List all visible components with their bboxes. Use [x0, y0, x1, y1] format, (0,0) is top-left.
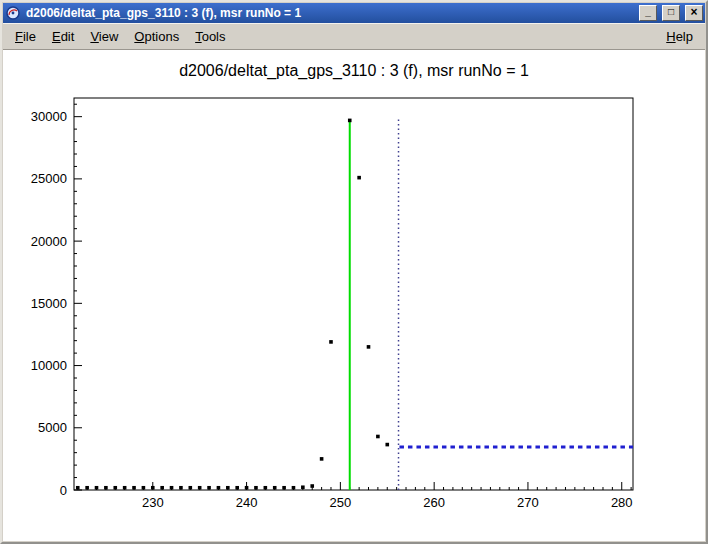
svg-text:0: 0 [60, 483, 67, 498]
maximize-button[interactable]: □ [662, 5, 680, 21]
root-logo-icon [6, 6, 20, 20]
svg-text:20000: 20000 [31, 234, 67, 249]
menu-view[interactable]: View [82, 27, 126, 46]
svg-text:25000: 25000 [31, 171, 67, 186]
chart: 2302402502602702800500010000150002000025… [3, 50, 705, 542]
svg-text:280: 280 [611, 495, 633, 510]
svg-text:260: 260 [423, 495, 445, 510]
svg-text:10000: 10000 [31, 358, 67, 373]
app-window: d2006/deltat_pta_gps_3110 : 3 (f), msr r… [0, 0, 708, 544]
close-button[interactable]: × [685, 5, 703, 21]
plot-canvas[interactable]: 2302402502602702800500010000150002000025… [3, 50, 705, 541]
svg-text:230: 230 [142, 495, 164, 510]
svg-text:15000: 15000 [31, 296, 67, 311]
svg-text:30000: 30000 [31, 109, 67, 124]
menu-options[interactable]: Options [126, 27, 187, 46]
minimize-button[interactable]: _ [639, 5, 657, 21]
menu-help[interactable]: Help [658, 27, 701, 46]
window-title: d2006/deltat_pta_gps_3110 : 3 (f), msr r… [24, 6, 634, 20]
menu-tools[interactable]: Tools [187, 27, 233, 46]
menu-bar: File Edit View Options Tools Help [3, 23, 705, 50]
menu-file[interactable]: File [7, 27, 44, 46]
svg-text:250: 250 [330, 495, 352, 510]
svg-text:270: 270 [517, 495, 539, 510]
svg-text:5000: 5000 [38, 420, 67, 435]
app-icon[interactable] [5, 5, 21, 21]
title-bar[interactable]: d2006/deltat_pta_gps_3110 : 3 (f), msr r… [3, 3, 705, 23]
menu-edit[interactable]: Edit [44, 27, 82, 46]
svg-text:240: 240 [236, 495, 258, 510]
